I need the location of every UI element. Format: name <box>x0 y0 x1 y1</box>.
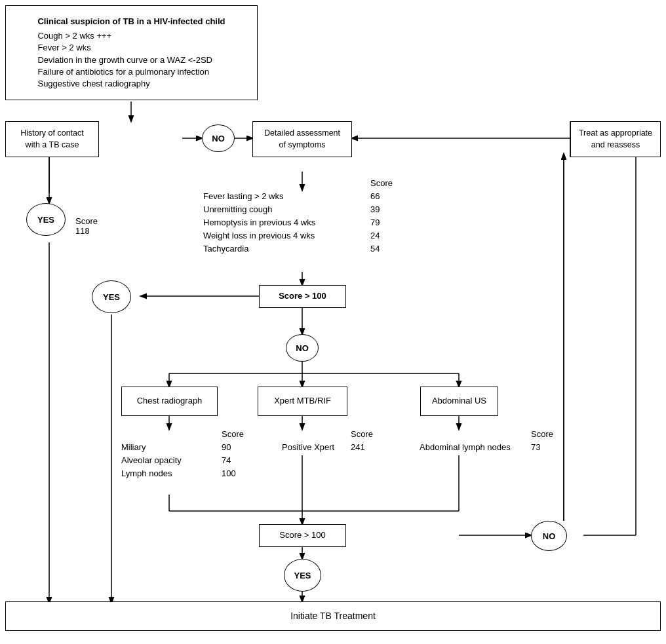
no-oval-1: NO <box>202 124 235 152</box>
xpert-item-1: Positive Xpert <box>282 442 334 452</box>
chest-score-val-2: 74 <box>222 455 231 465</box>
chest-radiograph-label: Chest radiograph <box>137 395 203 407</box>
detailed-assessment-label: Detailed assessment of symptoms <box>264 128 340 151</box>
chest-item-2: Alveolar opacity <box>121 455 182 465</box>
clinical-suspicion-item-4: Failure of antibiotics for a pulmonary i… <box>37 66 225 78</box>
xpert-label: Xpert MTB/RIF <box>274 395 331 407</box>
yes-oval-3: YES <box>284 559 321 592</box>
abdominal-item-1: Abdominal lymph nodes <box>420 442 511 452</box>
no-label-3: NO <box>543 531 556 541</box>
symptom-score-5: 54 <box>370 244 380 254</box>
yes-oval-2: YES <box>92 280 131 313</box>
no-label-2: NO <box>296 343 309 353</box>
yes-label-2: YES <box>103 292 120 302</box>
clinical-suspicion-item-1: Cough > 2 wks +++ <box>37 30 225 42</box>
diagram-container: Clinical suspicion of TB in a HIV-infect… <box>0 0 666 644</box>
symptom-item-2: Unremitting cough <box>203 204 273 214</box>
xpert-score-header: Score <box>351 429 373 439</box>
symptom-item-1: Fever lasting > 2 wks <box>203 191 283 201</box>
abdominal-score-val-1: 73 <box>531 442 540 452</box>
yes-label-1: YES <box>37 215 54 225</box>
score-100-box-1: Score > 100 <box>259 285 346 308</box>
abdominal-us-label: Abdominal US <box>432 395 486 407</box>
clinical-suspicion-header: Clinical suspicion of TB in a HIV-infect… <box>37 16 225 28</box>
score-118-text: Score 118 <box>75 216 98 236</box>
xpert-score-val-1: 241 <box>351 442 365 452</box>
score-100-label-2: Score > 100 <box>279 529 325 541</box>
symptom-item-5: Tachycardia <box>203 244 248 254</box>
xpert-box: Xpert MTB/RIF <box>258 387 347 416</box>
chest-score-val-1: 90 <box>222 442 231 452</box>
chest-score-header: Score <box>222 429 244 439</box>
abdominal-us-box: Abdominal US <box>420 387 498 416</box>
yes-oval-1: YES <box>26 203 66 236</box>
chest-item-3: Lymph nodes <box>121 468 172 478</box>
score-100-label-1: Score > 100 <box>279 290 326 302</box>
abdominal-score-header: Score <box>531 429 553 439</box>
symptom-score-3: 79 <box>370 218 380 227</box>
clinical-suspicion-item-5: Suggestive chest radiography <box>37 78 225 90</box>
clinical-suspicion-box: Clinical suspicion of TB in a HIV-infect… <box>5 5 258 100</box>
treat-reassess-label: Treat as appropriate and reassess <box>579 128 652 151</box>
detailed-assessment-box: Detailed assessment of symptoms <box>252 121 352 157</box>
initiate-tb-label: Initiate TB Treatment <box>290 610 376 623</box>
history-contact-box: History of contact with a TB case <box>5 121 99 157</box>
score-100-box-2: Score > 100 <box>259 524 346 547</box>
no-label-1: NO <box>212 134 225 143</box>
clinical-suspicion-item-3: Deviation in the growth curve or a WAZ <… <box>37 54 225 66</box>
chest-radiograph-box: Chest radiograph <box>121 387 218 416</box>
score-118-label: Score 118 <box>75 206 98 236</box>
chest-score-val-3: 100 <box>222 468 236 478</box>
treat-reassess-box: Treat as appropriate and reassess <box>570 121 661 157</box>
symptom-score-4: 24 <box>370 231 380 240</box>
clinical-suspicion-item-2: Fever > 2 wks <box>37 42 225 54</box>
symptom-score-2: 39 <box>370 204 380 214</box>
symptom-item-4: Weight loss in previous 4 wks <box>203 231 315 240</box>
yes-label-3: YES <box>294 571 311 580</box>
initiate-tb-box: Initiate TB Treatment <box>5 601 661 631</box>
symptom-score-1: 66 <box>370 191 380 201</box>
no-oval-2: NO <box>286 334 319 362</box>
no-oval-3: NO <box>531 521 567 551</box>
history-contact-label: History of contact with a TB case <box>20 128 84 151</box>
symptom-item-3: Hemoptysis in previous 4 wks <box>203 218 315 227</box>
symptoms-score-header: Score <box>370 178 393 188</box>
chest-item-1: Miliary <box>121 442 146 452</box>
